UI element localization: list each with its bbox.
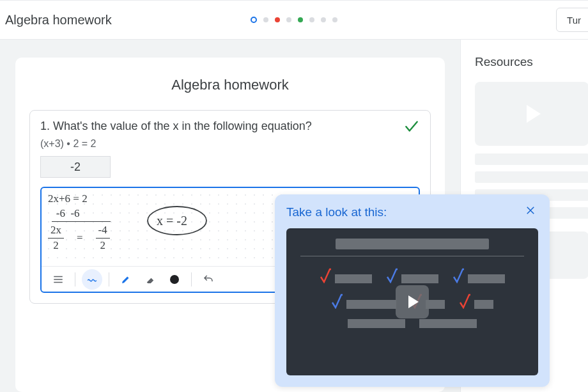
card-title: Algebra homework [29, 77, 431, 93]
checkmark-icon [403, 118, 420, 139]
dot-current[interactable] [251, 17, 257, 23]
play-icon [527, 105, 541, 123]
popover-video[interactable] [286, 228, 538, 375]
question-equation: (x+3) • 2 = 2 [40, 138, 403, 150]
resource-skeleton-line [475, 153, 588, 165]
popover-title: Take a look at this: [286, 205, 387, 219]
pen-icon[interactable] [116, 269, 136, 290]
hint-popover: Take a look at this: [275, 194, 550, 387]
dot[interactable] [286, 17, 291, 22]
squiggle-icon[interactable] [82, 269, 102, 290]
color-icon[interactable] [164, 269, 185, 290]
handwriting: 2x+6 = 2 -6 -6 2x2 = -42 [48, 192, 111, 253]
resource-video-thumb[interactable] [475, 82, 588, 146]
lines-icon[interactable] [48, 269, 68, 290]
question-prompt: 1. What's the value of the x in the foll… [40, 120, 403, 133]
dot[interactable] [309, 17, 314, 22]
resources-title: Resources [475, 55, 588, 69]
page-title: Algebra homework [5, 13, 112, 27]
close-icon[interactable] [523, 205, 538, 219]
circled-answer: x = -2 [157, 214, 187, 228]
dot[interactable] [332, 17, 337, 22]
resource-skeleton-line [475, 171, 588, 183]
dot-error[interactable] [275, 17, 280, 22]
progress-dots [251, 17, 337, 23]
dot-correct[interactable] [298, 17, 303, 22]
dot[interactable] [321, 17, 326, 22]
topbar: Algebra homework Tur [0, 0, 588, 40]
answer-input[interactable]: -2 [40, 156, 111, 178]
video-title-bar [336, 239, 489, 249]
undo-icon[interactable] [198, 269, 219, 290]
turn-in-button[interactable]: Tur [556, 8, 588, 32]
play-icon[interactable] [396, 285, 429, 318]
video-divider [300, 256, 524, 256]
eraser-icon[interactable] [140, 269, 160, 290]
dot[interactable] [263, 17, 268, 22]
svg-point-1 [170, 275, 179, 284]
